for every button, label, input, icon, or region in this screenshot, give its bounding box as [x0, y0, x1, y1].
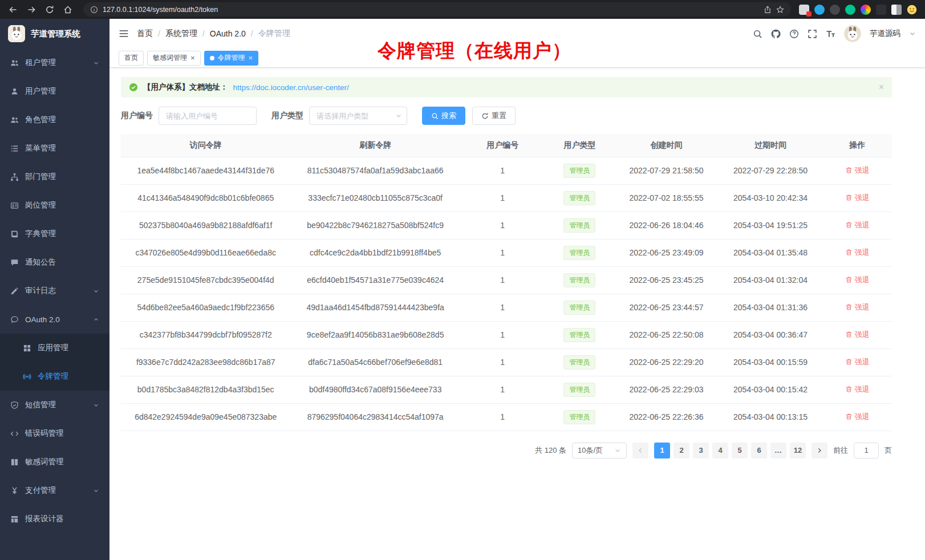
pagination-page[interactable]: 5 — [732, 443, 748, 458]
sidebar-item-dict[interactable]: 字典管理 — [0, 220, 109, 248]
user-menu-caret-icon[interactable] — [909, 30, 916, 37]
home-button[interactable] — [60, 2, 75, 17]
force-logout-button[interactable]: 强退 — [845, 330, 870, 340]
fullscreen-icon[interactable] — [808, 29, 817, 39]
sidebar-toggle-icon[interactable] — [891, 5, 902, 15]
extension-icon[interactable] — [830, 5, 840, 15]
tenant-icon — [10, 59, 19, 67]
header-actions: 芋道源码 — [753, 25, 916, 42]
breadcrumb-item[interactable]: OAuth 2.0 — [210, 29, 246, 38]
sidebar-item-report[interactable]: 报表设计器 — [0, 505, 109, 533]
pagination-page[interactable]: 3 — [693, 443, 709, 458]
alert-close-icon[interactable]: × — [879, 82, 884, 92]
access-token-cell: c342377bf8b344799dcbf7bf095287f2 — [121, 321, 290, 348]
extension-icon[interactable] — [845, 5, 855, 15]
sidebar-item-oauth[interactable]: OAuth 2.0 — [0, 305, 109, 334]
sidebar-item-tenant[interactable]: 租户管理 — [0, 48, 109, 77]
view-tab[interactable]: 首页 — [119, 51, 144, 66]
address-bar[interactable]: 127.0.0.1:1024/system/oauth2/token — [83, 2, 791, 17]
force-logout-button[interactable]: 强退 — [845, 302, 870, 313]
dict-icon — [10, 230, 19, 238]
view-tab[interactable]: 敏感词管理× — [147, 51, 201, 66]
chevron-down-icon — [93, 288, 99, 294]
reload-button[interactable] — [42, 2, 57, 17]
pagination-more[interactable]: … — [770, 443, 786, 458]
user-avatar[interactable] — [844, 25, 861, 42]
user-id-input[interactable] — [159, 107, 257, 125]
column-header: 操作 — [822, 134, 892, 157]
forward-button[interactable] — [24, 2, 39, 17]
close-icon[interactable]: × — [249, 54, 253, 62]
bookmark-star-icon[interactable] — [776, 6, 784, 14]
github-icon[interactable] — [771, 29, 781, 39]
sidebar-item-sensitive-word[interactable]: 敏感词管理 — [0, 448, 109, 476]
extension-icon[interactable] — [876, 5, 886, 15]
create-time-cell: 2022-06-25 23:49:09 — [614, 239, 719, 266]
action-cell: 强退 — [822, 239, 892, 266]
help-icon[interactable] — [789, 29, 799, 39]
force-logout-button[interactable]: 强退 — [845, 220, 870, 230]
share-icon[interactable] — [764, 6, 772, 14]
font-size-icon[interactable] — [826, 29, 835, 39]
extension-icon[interactable] — [861, 5, 871, 15]
close-icon[interactable]: × — [190, 54, 195, 62]
breadcrumb-item[interactable]: 系统管理 — [165, 29, 197, 39]
sidebar-item-sms[interactable]: 短信管理 — [0, 391, 109, 419]
force-logout-button[interactable]: 强退 — [845, 412, 870, 422]
url-text: 127.0.0.1:1024/system/oauth2/token — [103, 6, 759, 14]
page-size-select[interactable]: 10条/页 — [572, 443, 627, 458]
force-logout-button[interactable]: 强退 — [845, 165, 870, 176]
sidebar-item-notice[interactable]: 通知公告 — [0, 248, 109, 277]
back-button[interactable] — [6, 2, 21, 17]
prev-page-button[interactable] — [632, 443, 648, 458]
sidebar-collapse-button[interactable] — [119, 29, 129, 39]
sidebar-item-menu[interactable]: 菜单管理 — [0, 134, 109, 163]
pagination-page[interactable]: 1 — [654, 443, 670, 458]
sidebar-item-pay[interactable]: 支付管理 — [0, 476, 109, 505]
breadcrumb-item[interactable]: 首页 — [137, 29, 153, 39]
user-type-select-input[interactable] — [309, 107, 407, 125]
access-token-cell: 54d6be82ee5a460a9aedc1f9bf223656 — [121, 294, 290, 321]
extension-icon[interactable] — [814, 5, 825, 15]
search-icon[interactable] — [753, 29, 762, 39]
pagination-page[interactable]: 12 — [790, 443, 806, 458]
user-type-cell: 管理员 — [545, 184, 615, 212]
browser-profile-avatar[interactable] — [907, 5, 917, 15]
sidebar-item-user[interactable]: 用户管理 — [0, 77, 109, 105]
pagination-page[interactable]: 6 — [751, 443, 767, 458]
force-logout-button[interactable]: 强退 — [845, 357, 870, 367]
sidebar-item-oauth-token[interactable]: 令牌管理 — [0, 362, 109, 391]
expire-time-cell: 2054-03-04 01:31:36 — [719, 294, 823, 321]
force-logout-button[interactable]: 强退 — [845, 384, 870, 395]
sidebar-item-dept[interactable]: 部门管理 — [0, 163, 109, 191]
view-tab[interactable]: 令牌管理× — [204, 51, 259, 66]
create-time-cell: 2022-06-25 22:50:08 — [614, 321, 719, 348]
force-logout-button[interactable]: 强退 — [845, 193, 870, 203]
forward-icon — [27, 5, 36, 14]
action-cell: 强退 — [822, 184, 892, 212]
sidebar-item-oauth-app[interactable]: 应用管理 — [0, 334, 109, 362]
user-type-badge: 管理员 — [563, 191, 595, 205]
goto-page-input[interactable] — [854, 443, 879, 458]
extension-icon[interactable] — [799, 5, 809, 15]
pagination-page[interactable]: 2 — [674, 443, 689, 458]
sidebar-item-role[interactable]: 角色管理 — [0, 105, 109, 134]
expire-time-cell: 2054-03-04 01:32:04 — [719, 266, 823, 294]
pagination-page[interactable]: 4 — [712, 443, 728, 458]
sidebar-item-audit-log[interactable]: 审计日志 — [0, 277, 109, 305]
doc-link[interactable]: https://doc.iocoder.cn/user-center/ — [233, 83, 349, 92]
sidebar-item-post[interactable]: 岗位管理 — [0, 191, 109, 220]
user-type-select[interactable] — [309, 107, 407, 125]
search-button[interactable]: 搜索 — [422, 107, 465, 125]
next-page-button[interactable] — [812, 443, 827, 458]
force-logout-button[interactable]: 强退 — [845, 247, 870, 258]
reset-button[interactable]: 重置 — [472, 107, 516, 125]
sidebar-item-error-code[interactable]: 错误码管理 — [0, 419, 109, 448]
force-logout-button[interactable]: 强退 — [845, 275, 870, 285]
table-row: 275e5de9151045fe87cbdc395e004f4de6cfd40e… — [121, 266, 892, 294]
action-cell: 强退 — [822, 321, 892, 348]
breadcrumb-item: 令牌管理 — [258, 29, 290, 39]
username[interactable]: 芋道源码 — [870, 29, 900, 39]
site-info-icon[interactable] — [90, 6, 98, 14]
app-logo[interactable]: 芋道管理系统 — [0, 19, 109, 48]
